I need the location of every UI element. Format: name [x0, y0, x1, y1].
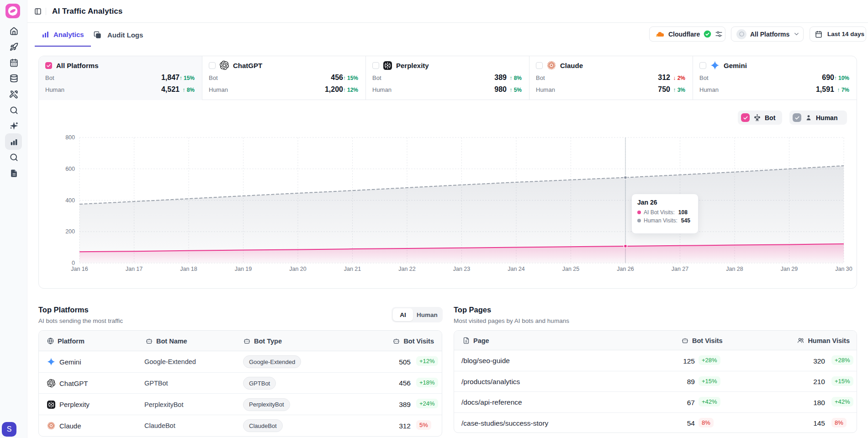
svg-text:Jan 29: Jan 29: [781, 266, 798, 272]
svg-text:Jan 27: Jan 27: [672, 266, 689, 272]
svg-text:Jan 24: Jan 24: [508, 266, 525, 272]
svg-text:Jan 18: Jan 18: [180, 266, 197, 272]
svg-text:Jan 23: Jan 23: [453, 266, 471, 272]
svg-text:800: 800: [65, 134, 75, 141]
svg-text:400: 400: [65, 197, 75, 204]
svg-text:600: 600: [65, 166, 75, 172]
svg-text:Jan 19: Jan 19: [235, 266, 252, 272]
svg-text:Jan 30: Jan 30: [835, 266, 852, 272]
svg-text:0: 0: [72, 260, 75, 266]
svg-text:200: 200: [65, 228, 75, 235]
svg-text:Jan 17: Jan 17: [126, 266, 143, 272]
svg-text:Jan 16: Jan 16: [71, 266, 88, 272]
svg-text:Jan 26: Jan 26: [617, 266, 634, 272]
svg-text:Jan 20: Jan 20: [289, 266, 307, 272]
svg-text:Jan 22: Jan 22: [398, 266, 416, 272]
svg-text:Jan 21: Jan 21: [344, 266, 361, 272]
svg-text:Jan 25: Jan 25: [562, 266, 580, 272]
svg-text:Jan 28: Jan 28: [726, 266, 743, 272]
